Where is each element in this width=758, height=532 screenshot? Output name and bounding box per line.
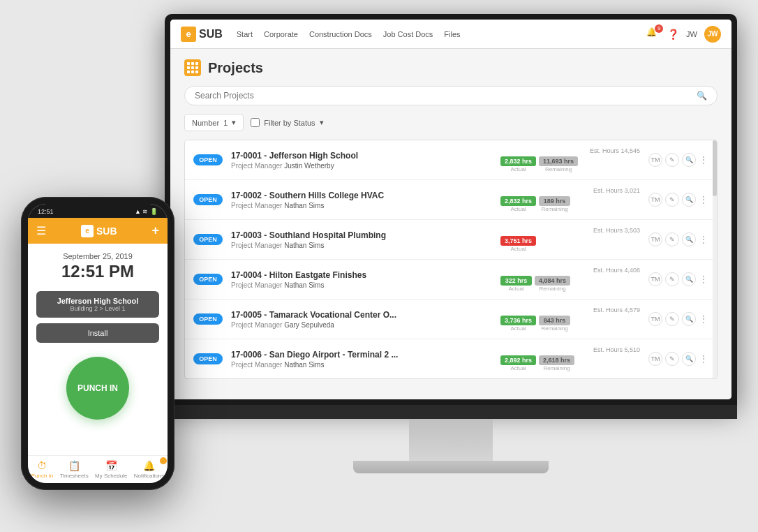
scrollbar-thumb[interactable] — [713, 140, 717, 196]
monitor-stand-top — [165, 405, 737, 419]
view-icon-17-0001[interactable]: 🔍 — [682, 153, 696, 167]
project-info-17-0005: 17-0005 - Tamarack Vocational Center O..… — [231, 310, 492, 329]
more-icon-17-0004[interactable]: ⋮ — [699, 274, 708, 285]
project-info-17-0002: 17-0002 - Southern Hills College HVAC Pr… — [231, 191, 492, 209]
number-filter-label: Number — [192, 119, 219, 127]
edit-icon-17-0003[interactable]: ✎ — [665, 232, 679, 246]
tm-icon-17-0006[interactable]: TM — [648, 352, 662, 366]
phone-punch-in-button[interactable]: PUNCH IN — [66, 357, 129, 420]
phone-time-status: 12:51 — [38, 208, 54, 215]
project-manager-17-0004: Project Manager Nathan Sims — [231, 281, 492, 289]
est-hours-17-0005: Est. Hours 4,579 — [500, 306, 640, 313]
number-filter[interactable]: Number 1 ▾ — [184, 114, 244, 131]
page-title: Projects — [208, 60, 263, 76]
number-filter-chevron: ▾ — [232, 118, 236, 127]
edit-icon-17-0002[interactable]: ✎ — [665, 193, 679, 207]
status-filter[interactable]: Filter by Status ▾ — [251, 118, 323, 127]
phone-install-button[interactable]: Install — [36, 323, 159, 343]
remaining-label-17-0005: Remaining — [541, 325, 567, 332]
logo-sub: SUB — [199, 28, 223, 40]
more-icon-17-0003[interactable]: ⋮ — [699, 234, 708, 245]
hours-bar-row-17-0006: 2,892 hrs Actual 2,618 hrs Remaining — [500, 355, 640, 371]
help-icon[interactable]: ❓ — [667, 29, 679, 40]
manager-name-17-0004: Nathan Sims — [284, 281, 324, 289]
est-hours-17-0004: Est. Hours 4,406 — [500, 267, 640, 274]
project-name-17-0002: 17-0002 - Southern Hills College HVAC — [231, 191, 492, 200]
status-filter-checkbox[interactable] — [251, 118, 260, 127]
view-icon-17-0002[interactable]: 🔍 — [682, 193, 696, 207]
manager-name-17-0006: Nathan Sims — [284, 361, 324, 369]
manager-name-17-0003: Nathan Sims — [284, 242, 324, 249]
remaining-pill-17-0005: 843 hrs — [539, 316, 570, 325]
nav-start[interactable]: Start — [237, 30, 253, 38]
tm-icon-17-0003[interactable]: TM — [648, 232, 662, 246]
phone-nav-punch-label: Punch In — [31, 473, 54, 479]
actual-pill-17-0004: 322 hrs — [500, 276, 532, 286]
search-input[interactable] — [195, 91, 691, 101]
project-hours-17-0003: Est. Hours 3,503 3,751 hrs Actual — [500, 227, 640, 252]
actual-hours-17-0003: 3,751 hrs Actual — [500, 236, 536, 252]
view-icon-17-0006[interactable]: 🔍 — [682, 352, 696, 366]
phone-nav-punch-in[interactable]: ⏱ Punch In — [31, 460, 54, 479]
project-item-17-0006[interactable]: OPEN 17-0006 - San Diego Airport - Termi… — [185, 339, 717, 378]
nav-files[interactable]: Files — [444, 30, 460, 38]
project-item-17-0004[interactable]: OPEN 17-0004 - Hilton Eastgate Finishes … — [185, 260, 717, 300]
view-icon-17-0005[interactable]: 🔍 — [682, 312, 696, 326]
phone-nav-schedule-icon: 📅 — [105, 460, 117, 471]
phone-date: September 25, 2019 — [63, 252, 133, 260]
scrollbar-track[interactable] — [713, 140, 717, 378]
phone-nav-notifications[interactable]: 🔔 Notifications — [134, 460, 165, 479]
project-item-17-0002[interactable]: OPEN 17-0002 - Southern Hills College HV… — [185, 180, 717, 220]
app-header: e SUB Start Corporate Construction Docs … — [170, 20, 731, 49]
edit-icon-17-0005[interactable]: ✎ — [665, 312, 679, 326]
notification-icon[interactable]: 🔔 9 — [646, 27, 660, 41]
number-filter-value: 1 — [223, 119, 228, 127]
tm-icon-17-0005[interactable]: TM — [648, 312, 662, 326]
project-item-17-0005[interactable]: OPEN 17-0005 - Tamarack Vocational Cente… — [185, 300, 717, 339]
phone-nav-timesheets-label: Timesheets — [60, 473, 89, 479]
phone-nav-notif-icon: 🔔 — [143, 460, 155, 471]
more-icon-17-0002[interactable]: ⋮ — [699, 194, 708, 205]
phone-add-icon[interactable]: + — [151, 223, 159, 238]
user-avatar[interactable]: JW — [704, 26, 721, 43]
project-actions-17-0002: TM ✎ 🔍 ⋮ — [648, 193, 708, 207]
actual-pill-17-0001: 2,832 hrs — [500, 156, 536, 166]
phone-nav-timesheets[interactable]: 📋 Timesheets — [60, 460, 89, 479]
edit-icon-17-0004[interactable]: ✎ — [665, 272, 679, 286]
search-bar[interactable]: 🔍 — [184, 86, 718, 105]
hours-bar-row-17-0004: 322 hrs Actual 4,084 hrs Remaining — [500, 276, 640, 292]
more-icon-17-0005[interactable]: ⋮ — [699, 313, 708, 325]
view-icon-17-0003[interactable]: 🔍 — [682, 232, 696, 246]
tm-icon-17-0004[interactable]: TM — [648, 272, 662, 286]
project-item-17-0001[interactable]: OPEN 17-0001 - Jefferson High School Pro… — [185, 140, 717, 180]
phone-logo-sub: SUB — [96, 226, 117, 237]
tm-icon-17-0002[interactable]: TM — [648, 193, 662, 207]
project-item-17-0003[interactable]: OPEN 17-0003 - Southland Hospital Plumbi… — [185, 220, 717, 260]
nav-corporate[interactable]: Corporate — [264, 30, 298, 38]
project-actions-17-0001: TM ✎ 🔍 ⋮ — [648, 153, 708, 167]
project-hours-17-0002: Est. Hours 3,021 2,832 hrs Actual 189 hr… — [500, 187, 640, 212]
est-hours-17-0001: Est. Hours 14,545 — [500, 147, 640, 154]
nav-construction-docs[interactable]: Construction Docs — [309, 30, 372, 38]
status-badge-17-0003: OPEN — [193, 234, 223, 245]
phone-nav-schedule[interactable]: 📅 My Schedule — [95, 460, 127, 479]
edit-icon-17-0001[interactable]: ✎ — [665, 153, 679, 167]
phone-bottom-nav: ⏱ Punch In 📋 Timesheets 📅 My Schedule 🔔 … — [28, 455, 168, 483]
edit-icon-17-0006[interactable]: ✎ — [665, 352, 679, 366]
status-filter-label: Filter by Status — [264, 119, 315, 127]
phone-menu-icon[interactable]: ☰ — [36, 224, 46, 237]
status-badge-17-0002: OPEN — [193, 194, 223, 205]
phone-nav-punch-icon: ⏱ — [37, 460, 47, 471]
phone-nav-timesheets-icon: 📋 — [68, 460, 80, 471]
more-icon-17-0001[interactable]: ⋮ — [699, 154, 708, 165]
monitor: e SUB Start Corporate Construction Docs … — [165, 14, 737, 447]
actual-hours-17-0004: 322 hrs Actual — [500, 276, 532, 292]
tm-icon-17-0001[interactable]: TM — [648, 153, 662, 167]
nav-job-cost-docs[interactable]: Job Cost Docs — [383, 30, 433, 38]
more-icon-17-0006[interactable]: ⋮ — [699, 353, 708, 364]
view-icon-17-0004[interactable]: 🔍 — [682, 272, 696, 286]
phone-time-display: 12:51 PM — [61, 262, 134, 281]
monitor-screen: e SUB Start Corporate Construction Docs … — [165, 14, 737, 405]
project-name-17-0006: 17-0006 - San Diego Airport - Terminal 2… — [231, 350, 492, 360]
phone-location-card[interactable]: Jefferson High School Building 2 > Level… — [36, 291, 159, 318]
